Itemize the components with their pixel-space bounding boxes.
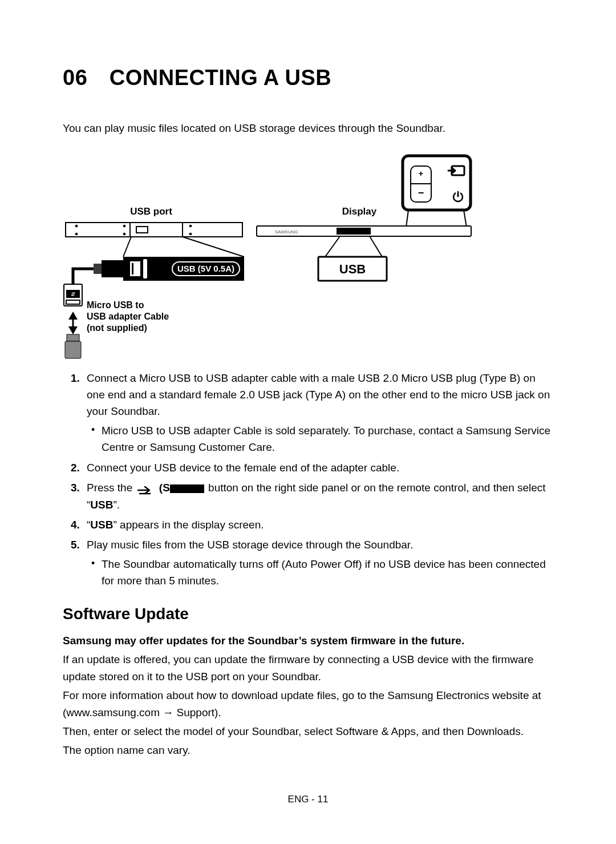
svg-rect-28 bbox=[132, 263, 133, 274]
update-para-2: For more information about how to downlo… bbox=[63, 687, 553, 721]
svg-text:−: − bbox=[418, 187, 424, 199]
svg-rect-37 bbox=[66, 300, 80, 304]
step-3-close: ”. bbox=[113, 499, 120, 511]
svg-rect-20 bbox=[137, 227, 147, 232]
svg-marker-38 bbox=[68, 312, 78, 320]
svg-rect-22 bbox=[189, 225, 192, 227]
cable-caption-2: USB adapter Cable bbox=[87, 312, 169, 321]
svg-line-11 bbox=[406, 210, 408, 227]
arrow-icon: → bbox=[163, 704, 173, 721]
step-3: Press the (S button on the right side pa… bbox=[63, 479, 553, 513]
step-4-usb: USB bbox=[90, 519, 113, 531]
step-1: Connect a Micro USB to USB adapter cable… bbox=[63, 370, 553, 456]
update-p2-pre: For more information about how to downlo… bbox=[63, 689, 541, 718]
svg-line-24 bbox=[123, 237, 131, 257]
step-1-text: Connect a Micro USB to USB adapter cable… bbox=[87, 372, 550, 418]
usb-port-closeup-icon: USB (5V 0.5A) bbox=[123, 257, 244, 281]
source-icon bbox=[137, 483, 155, 494]
step-4: “USB” appears in the display screen. bbox=[63, 516, 553, 533]
svg-rect-16 bbox=[123, 225, 125, 227]
step-4-post: ” appears in the display screen. bbox=[113, 519, 264, 531]
page-footer: ENG - 11 bbox=[0, 792, 616, 807]
usb-port-label: USB port bbox=[130, 206, 172, 217]
step-1-sub-1: Micro USB to USB adapter Cable is sold s… bbox=[102, 422, 553, 456]
step-2: Connect your USB device to the female en… bbox=[63, 459, 553, 476]
svg-rect-23 bbox=[189, 233, 192, 235]
intro-text: You can play music files located on USB … bbox=[63, 120, 553, 137]
update-p2-post: Support). bbox=[173, 706, 221, 718]
svg-line-25 bbox=[183, 237, 244, 257]
svg-rect-15 bbox=[75, 233, 78, 235]
page-title: 06 CONNECTING A USB bbox=[63, 62, 553, 94]
soundbar-rear-icon bbox=[66, 223, 242, 237]
svg-line-47 bbox=[370, 236, 382, 257]
step-3-bold-s: (S bbox=[156, 482, 170, 494]
svg-line-12 bbox=[464, 210, 467, 227]
steps-list: Connect a Micro USB to USB adapter cable… bbox=[63, 370, 553, 589]
svg-text:+: + bbox=[419, 168, 424, 178]
svg-rect-33 bbox=[94, 264, 102, 274]
step-5: Play music files from the USB storage de… bbox=[63, 536, 553, 589]
connection-diagram: + − USB port Display bbox=[63, 154, 553, 360]
software-update-heading: Software Update bbox=[63, 602, 553, 626]
soundbar-front-icon: SAMSUNG bbox=[257, 226, 471, 236]
step-3-usb: USB bbox=[90, 499, 113, 511]
usb-port-badge: USB (5V 0.5A) bbox=[177, 264, 234, 273]
step-5-text: Play music files from the USB storage de… bbox=[87, 539, 413, 551]
step-5-sub-1: The Soundbar automatically turns off (Au… bbox=[102, 556, 553, 589]
update-para-4: The option name can vary. bbox=[63, 742, 553, 758]
cable-caption-3: (not supplied) bbox=[87, 323, 147, 333]
update-para-1: If an update is offered, you can update … bbox=[63, 651, 553, 685]
cable-caption-1: Micro USB to bbox=[87, 300, 144, 310]
step-3-pre: Press the bbox=[87, 482, 136, 494]
svg-text:SAMSUNG: SAMSUNG bbox=[275, 229, 298, 235]
svg-text:⇵: ⇵ bbox=[71, 291, 75, 297]
svg-rect-42 bbox=[65, 341, 81, 358]
display-word: USB bbox=[339, 262, 366, 276]
svg-rect-29 bbox=[143, 259, 147, 278]
redacted-word bbox=[170, 484, 204, 493]
svg-rect-17 bbox=[123, 233, 125, 235]
update-para-3: Then, enter or select the model of your … bbox=[63, 723, 553, 740]
svg-rect-41 bbox=[67, 334, 79, 341]
remote-icon: + − bbox=[403, 156, 471, 210]
svg-rect-32 bbox=[102, 260, 123, 277]
step-2-text: Connect your USB device to the female en… bbox=[87, 462, 399, 474]
update-bold-line: Samsung may offer updates for the Soundb… bbox=[63, 633, 553, 649]
svg-rect-30 bbox=[137, 263, 140, 275]
svg-rect-13 bbox=[66, 223, 242, 237]
svg-rect-14 bbox=[75, 225, 78, 227]
display-label: Display bbox=[342, 206, 377, 217]
svg-line-46 bbox=[325, 236, 340, 257]
svg-marker-40 bbox=[68, 326, 78, 334]
svg-rect-45 bbox=[337, 228, 371, 235]
